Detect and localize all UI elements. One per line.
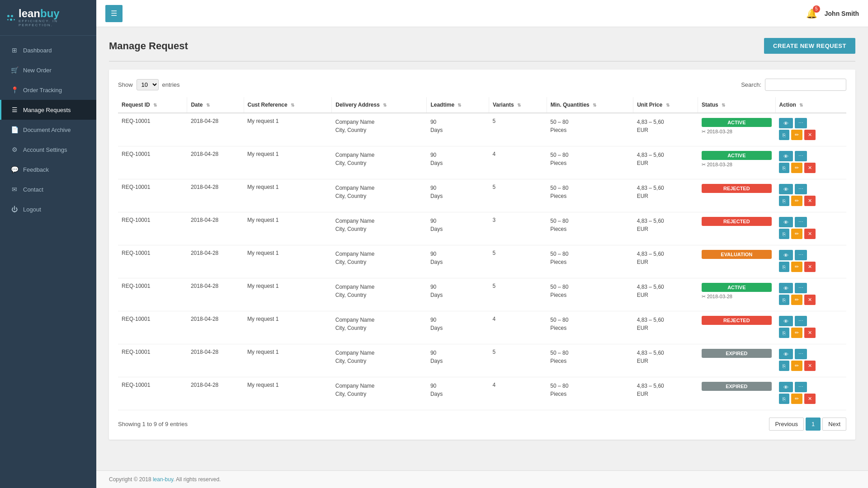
delete-button[interactable]: ✕ xyxy=(804,163,816,173)
view-button[interactable]: 👁 xyxy=(779,250,793,260)
cell-leadtime: 90Days xyxy=(427,113,489,146)
more-options-button[interactable]: ⋯ xyxy=(795,151,807,161)
more-options-button[interactable]: ⋯ xyxy=(795,283,807,293)
more-options-button[interactable]: ⋯ xyxy=(795,349,807,359)
cell-status: EXPIRED xyxy=(698,344,775,377)
edit-button[interactable]: ✏ xyxy=(791,394,802,404)
view-button[interactable]: 👁 xyxy=(779,184,793,194)
sidebar-logo: leanbuy EFFICIENCY. IN PERFECTION. xyxy=(0,0,96,36)
status-badge: EVALUATION xyxy=(702,250,772,259)
delete-button[interactable]: ✕ xyxy=(804,328,816,338)
view-button[interactable]: 👁 xyxy=(779,118,793,128)
col-variants[interactable]: Variants ⇅ xyxy=(489,97,547,113)
sidebar-item-new-order[interactable]: 🛒 New Order xyxy=(0,60,96,80)
col-cust-reference[interactable]: Cust Reference ⇅ xyxy=(244,97,332,113)
copy-button[interactable]: ⎘ xyxy=(779,394,789,404)
copy-button[interactable]: ⎘ xyxy=(779,262,789,272)
cell-variants: 4 xyxy=(489,311,547,344)
cell-cust-reference: My request 1 xyxy=(244,179,332,212)
cell-unit-price: 4,83 – 5,60EUR xyxy=(633,311,698,344)
cell-variants: 5 xyxy=(489,344,547,377)
delete-button[interactable]: ✕ xyxy=(804,130,816,140)
more-options-button[interactable]: ⋯ xyxy=(795,217,807,227)
brand-link[interactable]: lean-buy xyxy=(153,476,173,483)
view-button[interactable]: 👁 xyxy=(779,283,793,293)
edit-button[interactable]: ✏ xyxy=(791,163,802,173)
sidebar-item-order-tracking[interactable]: 📍 Order Tracking xyxy=(0,80,96,100)
col-delivery-address[interactable]: Delivery Address ⇅ xyxy=(332,97,427,113)
notification-bell[interactable]: 🔔 5 xyxy=(806,8,817,19)
col-action[interactable]: Action ⇅ xyxy=(775,97,846,113)
create-new-request-button[interactable]: CREATE NEW REQUEST xyxy=(764,38,855,54)
edit-button[interactable]: ✏ xyxy=(791,295,802,305)
requests-table: Request ID ⇅ Date ⇅ Cust Reference ⇅ Del… xyxy=(118,97,846,410)
more-options-button[interactable]: ⋯ xyxy=(795,184,807,194)
cell-variants: 4 xyxy=(489,377,547,410)
col-min-quantities[interactable]: Min. Quantities ⇅ xyxy=(547,97,633,113)
delete-button[interactable]: ✕ xyxy=(804,361,816,371)
delete-button[interactable]: ✕ xyxy=(804,262,816,272)
cell-cust-reference: My request 1 xyxy=(244,278,332,311)
edit-button[interactable]: ✏ xyxy=(791,229,802,239)
page-footer: Copyright © 2018 lean-buy. All rights re… xyxy=(96,470,868,488)
sidebar-item-dashboard[interactable]: ⊞ Dashboard xyxy=(0,40,96,60)
copy-button[interactable]: ⎘ xyxy=(779,328,789,338)
cell-leadtime: 90Days xyxy=(427,377,489,410)
view-button[interactable]: 👁 xyxy=(779,316,793,326)
dashboard-icon: ⊞ xyxy=(10,47,19,54)
copy-button[interactable]: ⎘ xyxy=(779,130,789,140)
delete-button[interactable]: ✕ xyxy=(804,229,816,239)
view-button[interactable]: 👁 xyxy=(779,349,793,359)
previous-page-button[interactable]: Previous xyxy=(769,418,804,431)
search-input[interactable] xyxy=(765,79,846,91)
more-options-button[interactable]: ⋯ xyxy=(795,316,807,326)
delete-button[interactable]: ✕ xyxy=(804,295,816,305)
cell-cust-reference: My request 1 xyxy=(244,245,332,278)
sidebar-item-manage-requests[interactable]: ☰ Manage Requests xyxy=(0,100,96,120)
sidebar-item-label: Account Settings xyxy=(23,146,67,153)
more-options-button[interactable]: ⋯ xyxy=(795,250,807,260)
col-request-id[interactable]: Request ID ⇅ xyxy=(118,97,187,113)
col-leadtime[interactable]: Leadtime ⇅ xyxy=(427,97,489,113)
next-page-button[interactable]: Next xyxy=(822,418,846,431)
table-row: REQ-10001 2018-04-28 My request 1 Compan… xyxy=(118,146,846,179)
copy-button[interactable]: ⎘ xyxy=(779,163,789,173)
sidebar-item-document-archive[interactable]: 📄 Document Archive xyxy=(0,120,96,140)
edit-button[interactable]: ✏ xyxy=(791,361,802,371)
cell-unit-price: 4,83 – 5,60EUR xyxy=(633,344,698,377)
col-date[interactable]: Date ⇅ xyxy=(187,97,244,113)
cell-unit-price: 4,83 – 5,60EUR xyxy=(633,377,698,410)
page-1-button[interactable]: 1 xyxy=(806,418,821,431)
table-row: REQ-10001 2018-04-28 My request 1 Compan… xyxy=(118,344,846,377)
copy-button[interactable]: ⎘ xyxy=(779,361,789,371)
copy-button[interactable]: ⎘ xyxy=(779,295,789,305)
sidebar-item-account-settings[interactable]: ⚙ Account Settings xyxy=(0,140,96,160)
cell-action: 👁 ⋯ ⎘ ✏ ✕ xyxy=(775,113,846,146)
cell-min-quantities: 50 – 80Pieces xyxy=(547,179,633,212)
delete-button[interactable]: ✕ xyxy=(804,394,816,404)
col-unit-price[interactable]: Unit Price ⇅ xyxy=(633,97,698,113)
menu-toggle-button[interactable]: ☰ xyxy=(105,5,123,22)
edit-button[interactable]: ✏ xyxy=(791,262,802,272)
view-button[interactable]: 👁 xyxy=(779,151,793,161)
cell-status: ACTIVE ✂ 2018-03-28 xyxy=(698,146,775,179)
copy-button[interactable]: ⎘ xyxy=(779,196,789,206)
more-options-button[interactable]: ⋯ xyxy=(795,118,807,128)
more-options-button[interactable]: ⋯ xyxy=(795,382,807,392)
sidebar-item-contact[interactable]: ✉ Contact xyxy=(0,179,96,199)
view-button[interactable]: 👁 xyxy=(779,217,793,227)
sidebar-item-feedback[interactable]: 💬 Feedback xyxy=(0,160,96,179)
delete-button[interactable]: ✕ xyxy=(804,196,816,206)
cell-min-quantities: 50 – 80Pieces xyxy=(547,278,633,311)
edit-button[interactable]: ✏ xyxy=(791,328,802,338)
entries-per-page-select[interactable]: 10 25 50 xyxy=(137,79,159,90)
sidebar-item-logout[interactable]: ⏻ Logout xyxy=(0,199,96,219)
col-status[interactable]: Status ⇅ xyxy=(698,97,775,113)
new-order-icon: 🛒 xyxy=(10,66,19,74)
cell-variants: 4 xyxy=(489,146,547,179)
edit-button[interactable]: ✏ xyxy=(791,196,802,206)
edit-button[interactable]: ✏ xyxy=(791,130,802,140)
view-button[interactable]: 👁 xyxy=(779,382,793,392)
cell-action: 👁 ⋯ ⎘ ✏ ✕ xyxy=(775,146,846,179)
copy-button[interactable]: ⎘ xyxy=(779,229,789,239)
